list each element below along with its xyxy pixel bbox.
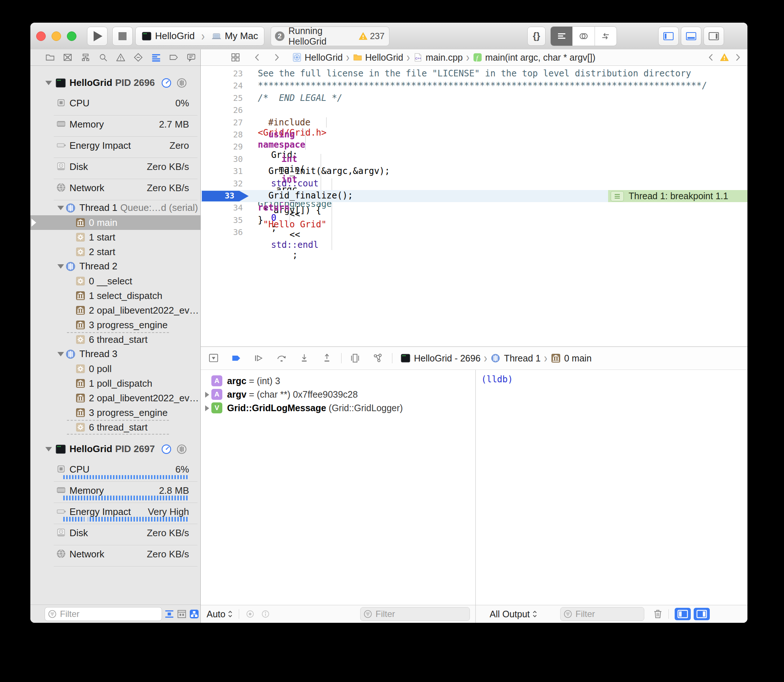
- code-line[interactable]: 36: [201, 226, 747, 239]
- assistant-editor-button[interactable]: [573, 27, 595, 46]
- variables-filter-field[interactable]: Filter: [360, 607, 470, 621]
- stat-row-energy[interactable]: Energy ImpactZero: [30, 137, 200, 158]
- stack-frame-row[interactable]: 2 start: [30, 244, 200, 259]
- next-issue-icon[interactable]: [733, 53, 742, 62]
- symbol-navigator-icon[interactable]: [81, 53, 90, 62]
- toggle-variables-view-button[interactable]: [675, 608, 691, 620]
- process-row[interactable]: HelloGridPID 2696: [30, 71, 200, 95]
- standard-editor-button[interactable]: [551, 27, 573, 46]
- code-line[interactable]: 27#include <Grid/Grid.h>: [201, 117, 747, 129]
- line-number-gutter[interactable]: 34: [201, 203, 243, 212]
- disclosure-triangle-icon[interactable]: [45, 81, 52, 85]
- line-number-gutter[interactable]: 29: [201, 142, 243, 151]
- stop-button[interactable]: [112, 27, 133, 46]
- console-view[interactable]: (lldb): [476, 370, 747, 605]
- stat-row-network[interactable]: NetworkZero KB/s: [30, 546, 200, 567]
- variable-row[interactable]: Aargv = (char **) 0x7ffee9039c28: [201, 388, 475, 401]
- code-line[interactable]: 28using namespace Grid;: [201, 129, 747, 141]
- stack-frame-row[interactable]: 1 select_dispatch: [30, 288, 200, 303]
- navigator-filter-field[interactable]: Filter: [45, 607, 162, 621]
- breadcrumb-project[interactable]: HelloGrid: [292, 52, 343, 63]
- step-into-icon[interactable]: [299, 353, 310, 364]
- breakpoint-navigator-icon[interactable]: [169, 53, 179, 62]
- code-line[interactable]: 23See the full license in the file "LICE…: [201, 68, 747, 80]
- stack-frame-row[interactable]: 6 thread_start: [30, 420, 200, 435]
- project-navigator-icon[interactable]: [45, 53, 55, 62]
- stack-frame-row[interactable]: 0 __select: [30, 274, 200, 288]
- flatten-stack-frames-button[interactable]: [164, 609, 174, 619]
- line-number-gutter[interactable]: 30: [201, 155, 243, 164]
- code-line[interactable]: Thread 1: breakpoint 1.133 Grid_finalize…: [201, 190, 747, 202]
- step-out-icon[interactable]: [321, 353, 332, 364]
- code-line[interactable]: 30int main(int argc, char * argv[]) {: [201, 153, 747, 166]
- code-line[interactable]: 32 std::cout << GridLogMessage << "Hello…: [201, 178, 747, 190]
- warning-count-group[interactable]: 237: [358, 31, 385, 41]
- test-navigator-icon[interactable]: [134, 53, 143, 62]
- disclosure-triangle-icon[interactable]: [205, 405, 209, 411]
- console-filter-field[interactable]: Filter: [560, 607, 644, 621]
- line-number-gutter[interactable]: 31: [201, 167, 243, 176]
- stat-row-memory[interactable]: Memory2.8 MB: [30, 482, 200, 503]
- code-snippets-button[interactable]: {}: [527, 27, 546, 46]
- line-number-gutter[interactable]: 26: [201, 106, 243, 115]
- line-number-gutter[interactable]: 23: [201, 69, 243, 78]
- line-number-gutter[interactable]: 36: [201, 228, 243, 237]
- issue-warning-icon[interactable]: [720, 53, 729, 62]
- step-over-icon[interactable]: [276, 353, 287, 364]
- debug-breadcrumb-thread[interactable]: Thread 1: [490, 353, 540, 364]
- line-number-gutter[interactable]: 33: [201, 191, 235, 200]
- line-number-gutter[interactable]: 25: [201, 94, 243, 103]
- debug-pane-divider[interactable]: [475, 370, 476, 623]
- line-number-gutter[interactable]: 24: [201, 81, 243, 90]
- breadcrumb-file[interactable]: C++ main.cpp: [413, 52, 463, 63]
- variables-scope-popup[interactable]: Auto: [207, 609, 233, 620]
- toggle-inspector-button[interactable]: [704, 27, 724, 46]
- annotation-menu-button[interactable]: [611, 191, 624, 201]
- disclosure-triangle-icon[interactable]: [57, 352, 64, 356]
- stack-frame-row[interactable]: 6 thread_start: [30, 332, 200, 347]
- memory-graph-icon[interactable]: [372, 353, 383, 364]
- info-icon[interactable]: [260, 609, 271, 619]
- related-items-icon[interactable]: [231, 53, 240, 62]
- stack-frame-row[interactable]: 2 opal_libevent2022_ev…: [30, 303, 200, 318]
- source-editor[interactable]: 23See the full license in the file "LICE…: [201, 66, 747, 349]
- thread-row[interactable]: Thread 2: [30, 259, 200, 274]
- report-navigator-icon[interactable]: [187, 53, 196, 62]
- variable-row[interactable]: Aargc = (int) 3: [201, 374, 475, 388]
- close-window-button[interactable]: [36, 32, 46, 41]
- toggle-console-view-button[interactable]: [694, 608, 710, 620]
- disclosure-triangle-icon[interactable]: [57, 206, 64, 210]
- location-icon[interactable]: [245, 609, 255, 619]
- variable-row[interactable]: VGrid::GridLogMessage (Grid::GridLogger): [201, 401, 475, 415]
- stat-row-disk[interactable]: DiskZero KB/s: [30, 524, 200, 546]
- line-number-gutter[interactable]: 35: [201, 216, 243, 225]
- breakpoints-enabled-icon[interactable]: [231, 353, 242, 364]
- debug-breadcrumb-process[interactable]: HelloGrid - 2696: [401, 353, 481, 364]
- breadcrumb-group[interactable]: HelloGrid: [353, 52, 403, 63]
- line-number-gutter[interactable]: 27: [201, 118, 243, 127]
- line-number-gutter[interactable]: 32: [201, 179, 243, 188]
- issue-navigator-icon[interactable]: [116, 53, 125, 62]
- show-running-blocks-button[interactable]: [177, 609, 187, 619]
- zoom-window-button[interactable]: [67, 32, 77, 41]
- code-line[interactable]: 24**************************************…: [201, 80, 747, 92]
- code-line[interactable]: 29: [201, 141, 747, 153]
- stat-row-network[interactable]: NetworkZero KB/s: [30, 180, 200, 201]
- toggle-navigator-button[interactable]: [658, 27, 679, 46]
- disclosure-triangle-icon[interactable]: [205, 392, 209, 398]
- code-line[interactable]: 31 Grid_init(&argc,&argv);: [201, 166, 747, 178]
- scheme-selector[interactable]: HelloGrid › My Mac: [135, 27, 264, 46]
- view-process-by-queue-button[interactable]: [189, 609, 199, 619]
- navigator-divider[interactable]: [200, 49, 201, 623]
- stack-frame-row[interactable]: 3 progress_engine: [30, 318, 200, 332]
- disclosure-triangle-icon[interactable]: [45, 447, 52, 451]
- debug-navigator-icon[interactable]: [152, 53, 161, 62]
- disclosure-triangle-icon[interactable]: [57, 264, 64, 269]
- stack-frame-row[interactable]: 1 poll_dispatch: [30, 376, 200, 391]
- debug-breadcrumb-frame[interactable]: 0 main: [551, 353, 592, 364]
- stat-row-cpu[interactable]: CPU0%: [30, 95, 200, 116]
- run-button[interactable]: [87, 27, 107, 46]
- stack-frame-row[interactable]: 0 poll: [30, 362, 200, 376]
- stat-row-disk[interactable]: DiskZero KB/s: [30, 158, 200, 180]
- toggle-debug-area-button[interactable]: [681, 27, 701, 46]
